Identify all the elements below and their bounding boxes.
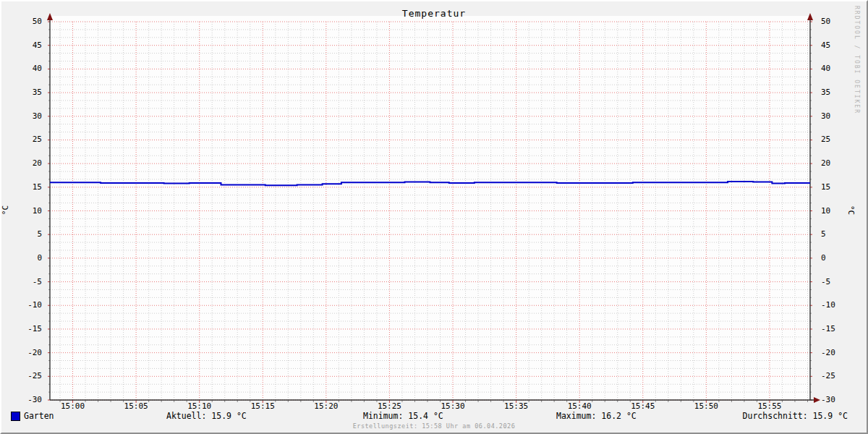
y-tick-label-left: 20: [1, 159, 42, 168]
y-tick-label-right: 5: [821, 230, 826, 239]
y-tick-label-right: -10: [821, 301, 835, 310]
series-label: Garten: [24, 411, 54, 421]
y-tick-label-left: -25: [1, 372, 42, 380]
y-tick-label-right: 45: [821, 41, 830, 50]
stat-minimum: Minimum: 15.4 °C: [363, 411, 443, 421]
y-tick-label-left: -20: [1, 349, 42, 357]
y-tick-label-right: -15: [821, 325, 835, 333]
y-tick-label-right: 0: [821, 254, 826, 263]
y-tick-label-left: -15: [1, 325, 42, 333]
y-tick-label-left: 50: [1, 17, 42, 26]
x-axis-arrow: [814, 397, 820, 403]
chart-title: Temperatur: [1, 8, 867, 19]
y-tick-label-left: 35: [1, 88, 42, 97]
y-tick-label-left: 25: [1, 135, 42, 144]
stat-current: Aktuell: 15.9 °C: [166, 411, 247, 421]
stat-maximum: Maximum: 16.2 °C: [556, 411, 637, 421]
y-tick-label-left: -10: [1, 301, 42, 310]
y-tick-label-left: -5: [1, 278, 42, 286]
y-tick-label-left: 0: [1, 254, 42, 263]
plot-background: [50, 16, 810, 400]
y-tick-label-left: 45: [1, 41, 42, 50]
y-tick-label-right: 25: [821, 135, 830, 144]
y-tick-label-left: 15: [1, 183, 42, 192]
y-tick-label-left: 40: [1, 64, 42, 73]
creation-timestamp: Erstellungszeit: 15:58 Uhr am 06.04.2026: [1, 422, 867, 430]
y-tick-label-right: -5: [821, 278, 830, 286]
legend-row: Garten Aktuell: 15.9 °C Minimum: 15.4 °C…: [1, 410, 867, 422]
y-tick-label-right: 50: [821, 17, 830, 26]
y-tick-label-right: 35: [821, 88, 830, 97]
y-tick-label-left: 10: [1, 207, 42, 216]
y-tick-label-right: 20: [821, 159, 830, 168]
rrdtool-graph: Temperatur RRDTOOL / TOBI OETIKER °C °C …: [0, 0, 868, 434]
stat-average: Durchschnitt: 15.9 °C: [743, 411, 848, 421]
y-tick-label-left: 30: [1, 112, 42, 121]
series-color-swatch: [11, 412, 20, 421]
y-tick-label-right: -25: [821, 372, 835, 380]
temperature-plot: [1, 1, 867, 433]
y-tick-label-right: 10: [821, 207, 830, 216]
y-tick-label-right: 15: [821, 183, 830, 192]
y-tick-label-right: 40: [821, 64, 830, 73]
y-tick-label-left: -30: [1, 396, 42, 404]
y-tick-label-right: 30: [821, 112, 830, 121]
y-tick-label-right: -20: [821, 349, 835, 357]
y-axis-unit-right: °C: [846, 205, 856, 215]
y-tick-label-right: -30: [821, 396, 835, 404]
y-tick-label-left: 5: [1, 230, 42, 239]
